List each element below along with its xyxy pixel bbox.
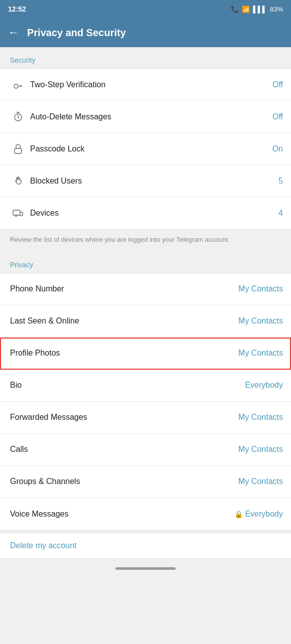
- phone-number-item[interactable]: Phone Number My Contacts: [0, 273, 291, 305]
- page-title: Privacy and Security: [27, 27, 126, 39]
- back-button[interactable]: ←: [8, 26, 19, 39]
- battery-text: 83%: [270, 6, 283, 13]
- security-group: Two-Step Verification Off Auto-Delete Me…: [0, 68, 291, 230]
- two-step-value: Off: [272, 80, 283, 89]
- bottom-bar: [0, 559, 291, 579]
- phone-icon: 📞: [231, 6, 239, 13]
- devices-item[interactable]: Devices 4: [0, 197, 291, 229]
- timer-icon: [8, 111, 28, 123]
- bio-value: Everybody: [245, 381, 283, 390]
- signal-icon: ▌▌▌: [253, 6, 267, 13]
- passcode-value: On: [272, 144, 283, 153]
- svg-rect-2: [15, 148, 22, 153]
- section-label-privacy: Privacy: [0, 252, 291, 273]
- calls-value: My Contacts: [238, 445, 283, 454]
- groups-channels-item[interactable]: Groups & Channels My Contacts: [0, 466, 291, 498]
- forwarded-value: My Contacts: [238, 413, 283, 422]
- passcode-label: Passcode Lock: [28, 144, 272, 153]
- phone-number-value: My Contacts: [238, 284, 283, 293]
- voice-label: Voice Messages: [8, 510, 234, 519]
- groups-value: My Contacts: [238, 477, 283, 486]
- status-bar: 12:52 📞 📶 ▌▌▌ 83%: [0, 0, 291, 18]
- bottom-handle: [115, 567, 176, 570]
- section-label-security: Security: [0, 47, 291, 68]
- status-time: 12:52: [8, 5, 26, 13]
- lock-icon: [8, 143, 28, 155]
- auto-delete-item[interactable]: Auto-Delete Messages Off: [0, 101, 291, 133]
- svg-point-0: [14, 84, 18, 88]
- blocked-users-value: 5: [278, 177, 283, 186]
- hand-icon: [8, 175, 28, 187]
- bio-label: Bio: [8, 381, 245, 390]
- status-icons: 📞 📶 ▌▌▌ 83%: [231, 6, 283, 13]
- forwarded-label: Forwarded Messages: [8, 413, 238, 422]
- last-seen-value: My Contacts: [238, 316, 283, 326]
- calls-item[interactable]: Calls My Contacts: [0, 434, 291, 466]
- groups-label: Groups & Channels: [8, 477, 238, 486]
- svg-rect-3: [13, 210, 20, 215]
- wifi-icon: 📶: [242, 6, 250, 13]
- passcode-lock-item[interactable]: Passcode Lock On: [0, 133, 291, 165]
- profile-photos-value: My Contacts: [238, 349, 283, 358]
- two-step-label: Two-Step Verification: [28, 80, 272, 89]
- devices-value: 4: [278, 209, 283, 218]
- last-seen-label: Last Seen & Online: [8, 316, 238, 326]
- voice-lock-icon: 🔒: [234, 510, 243, 518]
- calls-label: Calls: [8, 445, 238, 454]
- two-step-verification-item[interactable]: Two-Step Verification Off: [0, 69, 291, 101]
- last-seen-item[interactable]: Last Seen & Online My Contacts: [0, 305, 291, 338]
- content: Security Two-Step Verification Off: [0, 47, 291, 559]
- auto-delete-label: Auto-Delete Messages: [28, 112, 272, 121]
- voice-messages-item[interactable]: Voice Messages 🔒 Everybody: [0, 498, 291, 530]
- delete-account-button[interactable]: Delete my account: [10, 541, 77, 550]
- forwarded-messages-item[interactable]: Forwarded Messages My Contacts: [0, 402, 291, 434]
- phone-number-label: Phone Number: [8, 284, 238, 293]
- profile-photos-item[interactable]: Profile Photos My Contacts: [0, 338, 291, 370]
- profile-photos-label: Profile Photos: [8, 349, 238, 358]
- devices-info: Review the list of devices where you are…: [0, 230, 291, 252]
- delete-account-section: Delete my account: [0, 533, 291, 559]
- key-icon: [8, 79, 28, 91]
- bio-item[interactable]: Bio Everybody: [0, 370, 291, 402]
- device-icon: [8, 207, 28, 219]
- voice-value: 🔒 Everybody: [234, 510, 283, 519]
- privacy-group: Phone Number My Contacts Last Seen & Onl…: [0, 273, 291, 531]
- header: ← Privacy and Security: [0, 18, 291, 47]
- auto-delete-value: Off: [272, 112, 283, 121]
- blocked-users-item[interactable]: Blocked Users 5: [0, 165, 291, 197]
- devices-label: Devices: [28, 209, 278, 218]
- blocked-users-label: Blocked Users: [28, 177, 278, 186]
